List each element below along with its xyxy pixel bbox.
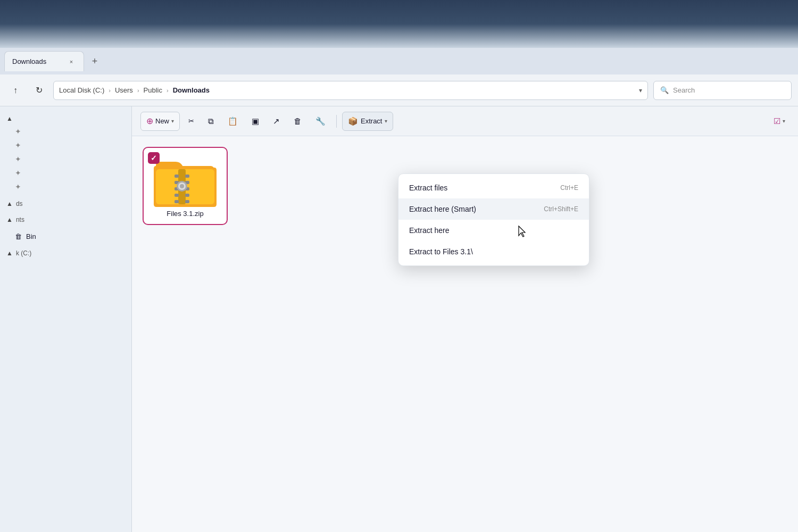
svg-point-16 <box>180 184 184 188</box>
checkmark-icon: ✓ <box>151 154 157 162</box>
sidebar-item-3[interactable]: ✦ <box>0 166 131 180</box>
view-icon: ☑ <box>774 117 780 126</box>
search-box[interactable]: 🔍 Search <box>653 81 792 100</box>
file-checkbox[interactable]: ✓ <box>148 152 160 164</box>
file-item-zip[interactable]: ✓ <box>143 147 228 225</box>
extract-icon: 📦 <box>348 117 358 126</box>
delete-icon: 🗑 <box>294 117 302 126</box>
cut-button[interactable]: ✂ <box>183 112 200 131</box>
tab-bar: Downloads × + <box>0 48 798 74</box>
share-button[interactable]: ↗ <box>268 112 285 131</box>
back-icon: ↑ <box>13 86 18 95</box>
zip-folder-icon <box>153 154 217 207</box>
compress-icon: ▣ <box>252 117 259 126</box>
sidebar-label-ds: ds <box>16 200 23 207</box>
sidebar-label-bin: Bin <box>26 232 36 240</box>
svg-rect-9 <box>185 174 189 178</box>
refresh-button[interactable]: ↻ <box>30 81 48 99</box>
paste-button[interactable]: 📋 <box>222 112 243 131</box>
sidebar-collapse-ds[interactable]: ▲ ds <box>0 198 131 210</box>
tab-downloads[interactable]: Downloads × <box>4 51 84 71</box>
tab-close-button[interactable]: × <box>66 57 76 66</box>
new-plus-icon: ⊕ <box>146 116 153 126</box>
sidebar-item-4[interactable]: ✦ <box>0 180 131 194</box>
paste-icon: 📋 <box>228 117 238 126</box>
compress-button[interactable]: ▣ <box>246 112 264 131</box>
svg-rect-4 <box>174 174 179 178</box>
address-box[interactable]: Local Disk (C:) › Users › Public › Downl… <box>53 81 648 100</box>
sidebar-section-nts: ▲ nts <box>0 212 131 228</box>
view-chevron-icon: ▾ <box>783 118 785 124</box>
new-chevron-icon: ▾ <box>171 118 174 124</box>
sidebar-section-ds: ▲ ds <box>0 196 131 212</box>
delete-button[interactable]: 🗑 <box>288 112 307 131</box>
sidebar-collapse-disk[interactable]: ▲ k (C:) <box>0 247 131 259</box>
collapse-icon-nts: ▲ <box>6 216 13 223</box>
sidebar-label-nts: nts <box>16 216 24 223</box>
file-name: Files 3.1.zip <box>150 210 220 218</box>
collapse-icon-0: ▲ <box>6 115 13 122</box>
sidebar-section-disk: ▲ k (C:) <box>0 245 131 261</box>
new-button[interactable]: ⊕ New ▾ <box>140 112 180 131</box>
svg-rect-8 <box>174 200 179 203</box>
sidebar-collapse-0[interactable]: ▲ <box>0 113 131 124</box>
new-label: New <box>155 117 169 125</box>
bin-icon: 🗑 <box>15 232 22 240</box>
copy-button[interactable]: ⧉ <box>203 112 219 131</box>
extract-chevron-icon: ▾ <box>385 118 387 124</box>
copy-icon: ⧉ <box>208 117 214 126</box>
breadcrumb-part-1: Users <box>115 86 133 94</box>
breadcrumb-sep-0: › <box>109 87 111 94</box>
pin-icon-1: ✦ <box>15 141 21 149</box>
view-button[interactable]: ☑ ▾ <box>769 114 789 128</box>
pin-icon-3: ✦ <box>15 169 21 177</box>
collapse-icon-disk: ▲ <box>6 250 13 257</box>
menu-item-extract-files[interactable]: Extract files Ctrl+E <box>398 177 589 198</box>
title-bar <box>0 0 798 48</box>
breadcrumb-part-0: Local Disk (C:) <box>59 86 104 94</box>
menu-item-extract-files-label: Extract files <box>409 184 447 192</box>
menu-item-extract-here[interactable]: Extract here <box>398 220 589 241</box>
menu-item-extract-smart[interactable]: Extract here (Smart) Ctrl+Shift+E <box>398 198 589 220</box>
sidebar-item-0[interactable]: ✦ <box>0 124 131 138</box>
sidebar-item-2[interactable]: ✦ <box>0 152 131 166</box>
refresh-icon: ↻ <box>36 85 43 95</box>
breadcrumb-part-3: Downloads <box>173 86 210 94</box>
toolbar: ⊕ New ▾ ✂ ⧉ 📋 ▣ ↗ 🗑 🔧 📦 Extract ▾ ☑ ▾ <box>132 106 798 136</box>
cut-icon: ✂ <box>188 117 194 125</box>
sidebar-item-bin[interactable]: 🗑 Bin <box>0 230 131 243</box>
sidebar: ▲ ✦ ✦ ✦ ✦ ✦ ▲ ds ▲ nts 🗑 Bin <box>0 106 132 532</box>
extract-button[interactable]: 📦 Extract ▾ <box>342 112 393 131</box>
menu-item-extract-to[interactable]: Extract to Files 3.1\ <box>398 241 589 262</box>
rename-button[interactable]: 🔧 <box>310 112 331 131</box>
tab-label: Downloads <box>12 57 46 65</box>
sidebar-label-disk: k (C:) <box>16 250 31 257</box>
pin-icon-4: ✦ <box>15 182 21 191</box>
back-button[interactable]: ↑ <box>6 81 24 99</box>
rename-icon: 🔧 <box>315 117 326 126</box>
extract-label: Extract <box>361 117 382 125</box>
svg-rect-12 <box>185 194 189 197</box>
share-icon: ↗ <box>273 117 280 126</box>
breadcrumb-sep-2: › <box>167 87 169 94</box>
collapse-icon-ds: ▲ <box>6 200 13 207</box>
breadcrumb-sep-1: › <box>137 87 139 94</box>
sidebar-collapse-nts[interactable]: ▲ nts <box>0 214 131 226</box>
breadcrumb-part-2: Public <box>144 86 162 94</box>
extract-dropdown-menu: Extract files Ctrl+E Extract here (Smart… <box>398 173 589 266</box>
svg-rect-13 <box>185 200 189 203</box>
search-placeholder: Search <box>673 86 695 94</box>
address-bar-row: ↑ ↻ Local Disk (C:) › Users › Public › D… <box>0 74 798 106</box>
toolbar-separator <box>336 115 337 128</box>
search-icon: 🔍 <box>660 86 669 94</box>
menu-item-extract-here-label: Extract here <box>409 226 449 235</box>
menu-item-extract-files-shortcut: Ctrl+E <box>560 184 578 192</box>
sidebar-section-0: ▲ ✦ ✦ ✦ ✦ ✦ <box>0 111 131 196</box>
address-chevron-icon: ▾ <box>639 87 642 94</box>
new-tab-button[interactable]: + <box>86 53 103 70</box>
menu-item-extract-smart-shortcut: Ctrl+Shift+E <box>544 205 578 213</box>
sidebar-item-1[interactable]: ✦ <box>0 138 131 152</box>
svg-rect-7 <box>174 194 179 197</box>
pin-icon-0: ✦ <box>15 127 21 136</box>
sidebar-section-bin: 🗑 Bin <box>0 228 131 245</box>
